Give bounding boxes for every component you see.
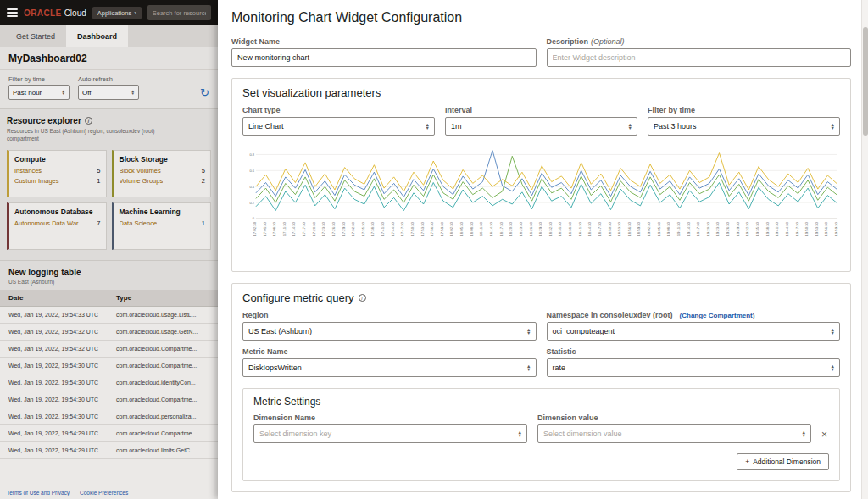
svg-text:18:02:30: 18:02:30 [449, 221, 453, 236]
svg-text:19:59:30: 19:59:30 [834, 221, 838, 236]
svg-text:18:38:30: 18:38:30 [568, 221, 572, 236]
additional-dimension-label: Additional Dimension [753, 457, 821, 466]
tab-dashboard[interactable]: Dashboard [66, 25, 128, 47]
resource-count: 1 [97, 177, 100, 185]
dimension-value-select[interactable]: Select dimension value [537, 424, 811, 443]
table-cell: com.oraclecloud.Compartme... [108, 340, 218, 357]
widget-name-input[interactable] [231, 48, 537, 67]
table-row[interactable]: Wed, Jan 19, 2022, 19:54:29 UTCcom.oracl… [0, 441, 218, 458]
svg-text:17:11:30: 17:11:30 [282, 221, 287, 236]
filter-by-time-label: Filter by time [648, 106, 840, 114]
table-row[interactable]: Wed, Jan 19, 2022, 19:54:30 UTCcom.oracl… [0, 391, 218, 408]
resource-card-row: Instances5 [14, 167, 101, 175]
resource-count: 7 [97, 219, 100, 227]
logging-table: Date Type Wed, Jan 19, 2022, 19:54:33 UT… [0, 290, 218, 459]
table-row[interactable]: Wed, Jan 19, 2022, 19:54:30 UTCcom.oracl… [0, 357, 218, 374]
widget-name-field: Widget Name [231, 37, 537, 67]
svg-text:19:26:30: 19:26:30 [726, 221, 730, 236]
search-input[interactable] [147, 9, 211, 17]
svg-text:17:29:30: 17:29:30 [342, 221, 346, 236]
svg-text:19:23:30: 19:23:30 [715, 221, 720, 236]
svg-text:19:50:30: 19:50:30 [804, 221, 809, 236]
table-cell: com.oraclecloud.limits.GetC... [108, 441, 218, 458]
select-arrows-icon [131, 90, 135, 96]
svg-text:18:41:30: 18:41:30 [578, 221, 582, 236]
table-row[interactable]: Wed, Jan 19, 2022, 19:54:32 UTCcom.oracl… [0, 340, 218, 357]
resource-link[interactable]: Instances [14, 167, 42, 175]
table-row[interactable]: Wed, Jan 19, 2022, 19:54:30 UTCcom.oracl… [0, 374, 218, 391]
table-cell: com.oraclecloud.Compartme... [108, 357, 218, 374]
statistic-select[interactable]: rate [547, 358, 841, 377]
resource-card: Machine LearningData Science1 [112, 202, 212, 250]
column-header-date[interactable]: Date [0, 290, 108, 307]
widget-configuration-drawer: Monitoring Chart Widget Configuration Wi… [218, 0, 868, 499]
select-arrows-icon [518, 430, 522, 437]
refresh-icon[interactable]: ↻ [200, 86, 209, 99]
resource-link[interactable]: Custom Images [14, 177, 59, 185]
chart-type-field: Chart type Line Chart [242, 106, 435, 136]
resource-link[interactable]: Autonomous Data War... [14, 219, 83, 227]
svg-text:17:41:30: 17:41:30 [381, 221, 385, 236]
filter-by-time-select[interactable]: Past hour [8, 85, 70, 100]
table-row[interactable]: Wed, Jan 19, 2022, 19:54:32 UTCcom.oracl… [0, 323, 218, 340]
resource-card-row: Autonomous Data War...7 [14, 219, 101, 227]
chart-type-select[interactable]: Line Chart [242, 117, 435, 136]
tab-get-started[interactable]: Get Started [5, 25, 66, 47]
select-arrows-icon [831, 328, 835, 335]
resource-explorer-title-row: Resource explorer i [7, 116, 211, 125]
additional-dimension-button[interactable]: + Additional Dimension [737, 453, 829, 470]
cookie-preferences-link[interactable]: Cookie Preferences [80, 490, 128, 496]
svg-text:18:14:30: 18:14:30 [489, 221, 493, 236]
region-select[interactable]: US East (Ashburn) [242, 322, 537, 341]
applications-button[interactable]: Applications › [92, 7, 142, 19]
dimension-name-select[interactable]: Select dimension key [253, 424, 527, 443]
table-row[interactable]: Wed, Jan 19, 2022, 19:54:33 UTCcom.oracl… [0, 306, 218, 323]
change-compartment-link[interactable]: (Change Compartment) [680, 312, 755, 319]
svg-text:19:20:30: 19:20:30 [706, 221, 710, 236]
info-icon[interactable]: i [359, 294, 366, 302]
interval-select[interactable]: 1m [445, 117, 637, 136]
auto-refresh-select[interactable]: Off [78, 85, 139, 100]
terms-link[interactable]: Terms of Use and Privacy [7, 490, 70, 496]
filter-by-time-control: Filter by time Past hour [8, 75, 70, 100]
filter-by-time-select[interactable]: Past 3 hours [648, 117, 840, 136]
namespace-select[interactable]: oci_computeagent [547, 322, 841, 341]
svg-text:18:50:30: 18:50:30 [608, 221, 612, 236]
scrollbar-thumb[interactable] [863, 27, 868, 136]
global-search[interactable] [147, 5, 211, 20]
info-icon[interactable]: i [85, 117, 92, 125]
table-row[interactable]: Wed, Jan 19, 2022, 19:54:29 UTCcom.oracl… [0, 424, 218, 441]
resource-card: ComputeInstances5Custom Images1 [7, 150, 107, 197]
filter-by-time-field: Filter by time Past 3 hours [648, 106, 840, 136]
resource-link[interactable]: Volume Groups [120, 177, 164, 185]
svg-text:19:53:30: 19:53:30 [815, 221, 819, 236]
svg-text:18:59:30: 18:59:30 [637, 221, 641, 236]
applications-label: Applications [97, 9, 131, 17]
svg-text:18:35:30: 18:35:30 [558, 221, 562, 236]
description-input[interactable] [547, 48, 852, 67]
svg-text:19:11:30: 19:11:30 [676, 221, 681, 236]
resource-link[interactable]: Block Volumes [120, 167, 161, 175]
top-navigation-bar: ORACLE Cloud Applications › [0, 0, 218, 25]
statistic-label: Statistic [547, 347, 841, 356]
visualization-section: Set visualization parameters Chart type … [231, 78, 851, 272]
svg-text:18:29:30: 18:29:30 [538, 221, 542, 236]
oracle-cloud-logo[interactable]: ORACLE Cloud [24, 8, 86, 18]
select-arrows-icon [526, 364, 531, 371]
vertical-scrollbar[interactable] [861, 0, 868, 499]
svg-text:18:05:30: 18:05:30 [459, 221, 464, 236]
statistic-value: rate [553, 363, 566, 372]
table-cell: Wed, Jan 19, 2022, 19:54:30 UTC [0, 374, 108, 391]
metric-name-value: DiskIopsWritten [248, 363, 302, 372]
svg-text:19:29:30: 19:29:30 [736, 221, 740, 236]
metric-name-select[interactable]: DiskIopsWritten [242, 358, 537, 377]
auto-refresh-label: Auto refresh [78, 75, 139, 83]
hamburger-menu-icon[interactable] [7, 8, 18, 17]
region-field: Region US East (Ashburn) [242, 311, 537, 341]
svg-text:18:23:30: 18:23:30 [519, 221, 523, 236]
table-row[interactable]: Wed, Jan 19, 2022, 19:54:30 UTCcom.oracl… [0, 408, 218, 424]
column-header-type[interactable]: Type [108, 290, 218, 307]
resource-link[interactable]: Data Science [120, 219, 158, 227]
svg-text:17:38:30: 17:38:30 [370, 221, 375, 236]
remove-dimension-icon[interactable]: × [821, 429, 829, 443]
